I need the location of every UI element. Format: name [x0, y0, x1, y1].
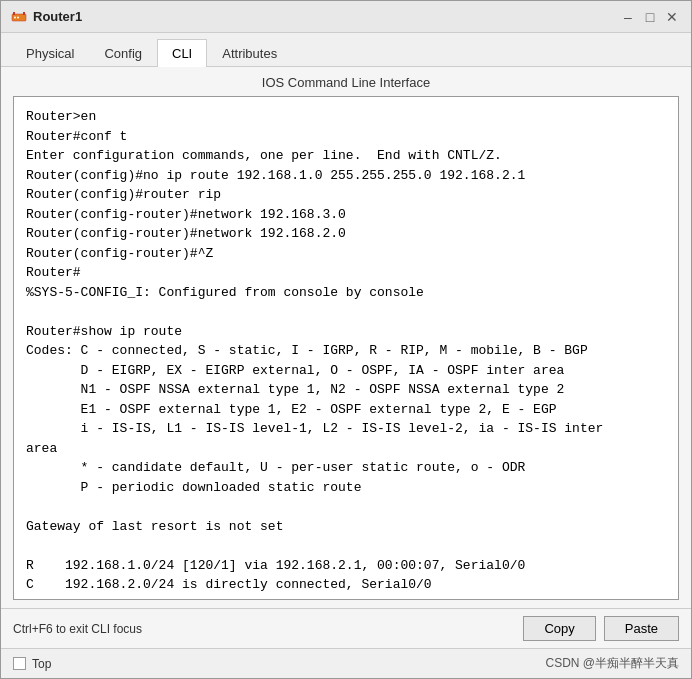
footer-bar: Top CSDN @半痴半醉半天真: [1, 648, 691, 678]
svg-rect-4: [23, 12, 25, 15]
close-button[interactable]: ✕: [663, 8, 681, 26]
ctrl-hint: Ctrl+F6 to exit CLI focus: [13, 622, 142, 636]
tab-cli[interactable]: CLI: [157, 39, 207, 67]
window-title: Router1: [33, 9, 82, 24]
bottom-buttons: Copy Paste: [523, 616, 679, 641]
maximize-button[interactable]: □: [641, 8, 659, 26]
footer-left: Top: [13, 657, 51, 671]
terminal-scroll[interactable]: Router>en Router#conf t Enter configurat…: [14, 97, 678, 599]
content-area: IOS Command Line Interface Router>en Rou…: [1, 67, 691, 608]
main-window: Router1 – □ ✕ Physical Config CLI Attrib…: [0, 0, 692, 679]
router-icon: [11, 9, 27, 25]
tab-config[interactable]: Config: [89, 39, 157, 67]
title-bar: Router1 – □ ✕: [1, 1, 691, 33]
bottom-bar: Ctrl+F6 to exit CLI focus Copy Paste: [1, 608, 691, 648]
tab-physical[interactable]: Physical: [11, 39, 89, 67]
top-label: Top: [32, 657, 51, 671]
svg-point-2: [17, 16, 19, 18]
title-bar-left: Router1: [11, 9, 82, 25]
section-title: IOS Command Line Interface: [13, 75, 679, 90]
top-checkbox[interactable]: [13, 657, 26, 670]
tab-attributes[interactable]: Attributes: [207, 39, 292, 67]
svg-rect-3: [13, 12, 15, 15]
terminal-output: Router>en Router#conf t Enter configurat…: [26, 107, 666, 599]
svg-point-1: [14, 16, 16, 18]
copy-button[interactable]: Copy: [523, 616, 595, 641]
window-controls: – □ ✕: [619, 8, 681, 26]
minimize-button[interactable]: –: [619, 8, 637, 26]
watermark: CSDN @半痴半醉半天真: [545, 655, 679, 672]
tab-bar: Physical Config CLI Attributes: [1, 33, 691, 67]
paste-button[interactable]: Paste: [604, 616, 679, 641]
terminal-wrapper: Router>en Router#conf t Enter configurat…: [13, 96, 679, 600]
